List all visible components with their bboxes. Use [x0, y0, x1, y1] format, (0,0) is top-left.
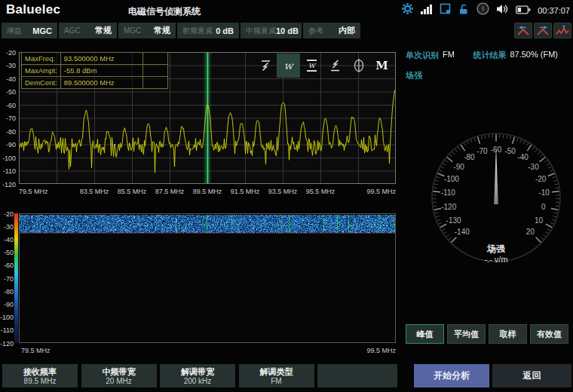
detector-button-3[interactable]: 取样 [489, 324, 527, 344]
gear-icon[interactable] [401, 2, 414, 18]
toolbar-groups: 增益MGCAGC常规MGC常规射频衰减0 dB中频衰减10 dB参考内部 [2, 23, 360, 38]
toolbar-group-4[interactable]: 射频衰减0 dB [177, 23, 239, 38]
gauge-tick-label: -110 [441, 188, 456, 197]
sample-detector-icon[interactable]: w [277, 54, 300, 78]
toolbar-group-value: 内部 [339, 25, 355, 36]
x-tick-label: 83.5 MHz [73, 188, 115, 195]
y-tick-label: -60 [0, 102, 16, 109]
toolbar-group-label: AGC [64, 26, 81, 35]
x-tick-label: 93.5 MHz [262, 188, 304, 195]
recognition-row: 单次识别 FM 统计结果 87.50% (FM) [406, 50, 558, 61]
y-tick-label: -100 [0, 314, 14, 321]
info-label: MaxFreq: [22, 53, 61, 65]
y-tick-label: -120 [0, 181, 16, 188]
y-tick-label: -90 [0, 301, 14, 308]
detector-buttons: 峰值平均值取样有效值 [406, 324, 568, 344]
unlock-icon[interactable] [458, 3, 470, 18]
y-tick-label: -30 [0, 223, 14, 231]
y-tick-label: -100 [0, 155, 16, 162]
gauge-title: 场强 [424, 243, 568, 256]
gauge-needle [494, 146, 498, 204]
gauge-tick-label: -130 [446, 216, 461, 225]
page-title: 电磁信号侦测系统 [128, 5, 201, 18]
pos-peak-detector-icon[interactable] [323, 54, 347, 78]
param-button-4[interactable]: 解调类型FM [239, 364, 314, 387]
param-label: 解调类型 [260, 366, 293, 377]
speaker-icon[interactable] [496, 4, 509, 17]
info-label: MaxAmpt: [22, 65, 61, 77]
info-empty-cell [142, 65, 167, 77]
screenshot-icon[interactable] [440, 3, 451, 17]
peak-right-icon [535, 25, 550, 37]
detector-button-1[interactable]: 峰值 [406, 324, 444, 344]
detector-button-4[interactable]: 有效值 [530, 324, 568, 344]
app-root: Baluelec 电磁信号侦测系统 [0, 0, 573, 392]
y-tick-label: -50 [0, 88, 16, 96]
single-result-label: 单次识别 [406, 50, 439, 61]
stats-value: 87.50% (FM) [510, 50, 558, 61]
gauge-tick-label: -80 [464, 153, 475, 161]
gauge-tick-label: -10 [538, 188, 550, 197]
gauss-filter-icon[interactable] [347, 54, 370, 78]
param-value: 20 MHz [106, 377, 131, 386]
marker-m-icon[interactable]: M [370, 54, 394, 78]
toolbar-group-5[interactable]: 中频衰减10 dB [241, 23, 302, 38]
gauge-tick-label: -70 [476, 147, 488, 155]
param-slot-empty [317, 364, 397, 387]
info-empty-cell [142, 77, 167, 89]
param-label: 接收频率 [23, 366, 57, 377]
brand-logo: Baluelec [6, 2, 60, 17]
x-tick-label: 91.5 MHz [224, 188, 266, 195]
toolbar-group-1[interactable]: 增益MGC [2, 23, 57, 38]
signal-strength-icon [421, 4, 433, 17]
detector-button-2[interactable]: 平均值 [447, 324, 486, 344]
field-strength-label: 场强 [406, 70, 422, 81]
y-tick-label: -90 [0, 141, 16, 149]
toolbar-group-6[interactable]: 参考内部 [303, 23, 360, 38]
single-result-value: FM [443, 50, 455, 61]
peak-search-icon [555, 25, 570, 37]
toolbar-group-3[interactable]: MGC常规 [118, 23, 176, 38]
gauge-tick-label: 20 [526, 228, 535, 236]
y-tick-label: -80 [0, 288, 14, 296]
x-tick-label: 79.5 MHz [19, 188, 61, 195]
param-label: 解调带宽 [181, 366, 214, 377]
info-value: 93.500000 MHz [60, 53, 142, 65]
gauge-tick-label: -40 [517, 153, 529, 161]
peak-left-button[interactable] [514, 23, 532, 38]
info-row: MaxFreq:93.500000 MHz [22, 53, 168, 65]
gauge-tick-label: -90 [453, 163, 464, 171]
trace-mode-bar: wwM [253, 54, 394, 78]
peak-right-button[interactable] [534, 23, 552, 38]
param-value: FM [271, 377, 281, 386]
gauge-tick-label: -140 [455, 228, 470, 236]
param-button-2[interactable]: 中频带宽20 MHz [81, 364, 157, 387]
param-button-3[interactable]: 解调带宽200 kHz [160, 364, 235, 387]
info-empty-cell [142, 53, 167, 65]
marker-buttons [514, 23, 571, 38]
y-tick-label: -20 [0, 49, 16, 57]
info-value: 89.500000 MHz [60, 77, 142, 89]
info-row: DemCent:89.500000 MHz [22, 77, 168, 89]
waterfall-x-right-label: 99.5 MHz [351, 347, 396, 354]
peak-search-button[interactable] [553, 23, 571, 38]
back-button[interactable]: 返回 [492, 364, 571, 387]
start-analysis-button[interactable]: 开始分析 [414, 364, 489, 387]
param-button-1[interactable]: 接收频率89.5 MHz [2, 364, 78, 387]
gauge-tick-label: -30 [528, 163, 539, 171]
compass-icon [476, 2, 489, 18]
gauge-tick-label: 10 [535, 216, 544, 225]
x-tick-label: 99.5 MHz [354, 188, 396, 195]
toolbar-group-2[interactable]: AGC常规 [59, 23, 117, 38]
y-tick-label: -70 [0, 115, 16, 122]
max-hold-detector-icon[interactable]: w [300, 54, 323, 78]
y-tick-label: -110 [0, 167, 16, 175]
battery-icon [516, 4, 531, 17]
stats-label: 统计结果 [473, 50, 506, 61]
y-tick-label: -110 [0, 326, 14, 334]
x-tick-label: 87.5 MHz [149, 188, 191, 195]
toolbar-group-label: 增益 [7, 26, 22, 36]
x-tick-label: 95.5 MHz [299, 188, 342, 195]
gauge-tick-label: -50 [504, 147, 516, 155]
neg-peak-detector-icon[interactable] [253, 54, 277, 78]
